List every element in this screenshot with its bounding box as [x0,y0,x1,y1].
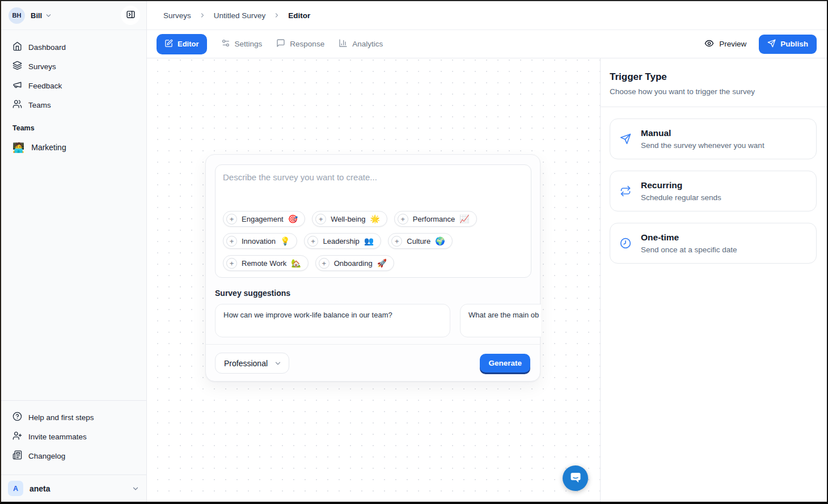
workspace-switcher[interactable]: BH Bill [1,1,146,30]
plus-icon: + [391,236,402,247]
trigger-panel-header: Trigger Type Choose how you want to trig… [601,58,827,107]
repeat-icon [610,185,641,197]
sidebar-collapse-button[interactable] [121,6,140,25]
sidebar-item-teams[interactable]: Teams [8,95,140,115]
tone-select[interactable]: Professional [215,353,289,374]
sidebar-item-help[interactable]: Help and first steps [8,408,140,427]
trigger-option-recurring[interactable]: Recurring Schedule regular sends [610,171,817,211]
sidebar-item-surveys[interactable]: Surveys [8,57,140,76]
rocket-emoji-icon: 🚀 [377,259,387,267]
generate-button[interactable]: Generate [480,354,530,372]
message-square-icon [276,39,285,49]
topic-chip-culture[interactable]: +Culture🌍 [388,233,452,249]
breadcrumb-untitled-survey[interactable]: Untitled Survey [214,11,266,20]
chip-label: Culture [407,237,430,245]
sliders-icon [221,39,230,49]
topic-chip-onboarding[interactable]: +Onboarding🚀 [315,255,394,271]
sidebar-item-invite[interactable]: Invite teammates [8,427,140,446]
sidebar-item-feedback[interactable]: Feedback [8,76,140,95]
breadcrumb-surveys[interactable]: Surveys [163,11,191,20]
tone-selected-value: Professional [224,359,268,368]
topic-chip-leadership[interactable]: +Leadership👥 [304,233,381,249]
tab-analytics[interactable]: Analytics [339,39,383,49]
send-icon [610,133,641,145]
suggestions-row: How can we improve work-life balance in … [215,304,541,337]
tab-response[interactable]: Response [276,39,324,49]
trigger-option-one-time[interactable]: One-time Send once at a specific date [610,223,817,264]
chat-launcher-button[interactable] [563,465,588,491]
chip-label: Well-being [331,215,365,223]
house-emoji-icon: 🏡 [291,259,301,267]
account-avatar: A [8,481,23,496]
trigger-option-description: Schedule regular sends [641,193,721,202]
sidebar-item-changelog[interactable]: Changelog [8,446,140,465]
trigger-option-description: Send the survey whenever you want [641,141,764,150]
tab-label: Analytics [352,40,383,48]
chevron-right-icon [273,12,280,19]
sidebar-item-label: Help and first steps [28,413,94,422]
plus-icon: + [319,258,329,269]
topic-chip-remote-work[interactable]: +Remote Work🏡 [223,255,309,271]
survey-canvas[interactable]: +Engagement🎯 +Well-being🌟 +Performance📈 … [147,58,600,502]
main-area: Surveys Untitled Survey Editor Editor Se… [147,1,827,502]
tab-editor[interactable]: Editor [157,34,207,54]
breadcrumb: Surveys Untitled Survey Editor [147,1,827,30]
topic-chip-well-being[interactable]: +Well-being🌟 [312,211,387,227]
prompt-box: +Engagement🎯 +Well-being🌟 +Performance📈 … [215,164,531,278]
topic-chip-performance[interactable]: +Performance📈 [394,211,477,227]
trigger-option-description: Send once at a specific date [641,245,737,254]
preview-button[interactable]: Preview [704,39,746,50]
team-name: Marketing [31,143,66,152]
chevron-down-icon [274,359,282,367]
survey-generator-card: +Engagement🎯 +Well-being🌟 +Performance📈 … [205,154,540,382]
sidebar-footer-nav: Help and first steps Invite teammates Ch… [1,400,146,470]
panel-subtitle: Choose how you want to trigger the surve… [610,87,816,96]
chat-bubble-icon [569,471,582,486]
publish-label: Publish [780,40,808,48]
workspace-avatar: BH [9,7,25,24]
layers-icon [12,61,22,72]
help-circle-icon [12,412,22,423]
sidebar-item-team-marketing[interactable]: 🧑‍💻 Marketing [8,137,140,158]
publish-button[interactable]: Publish [759,35,817,54]
chip-label: Remote Work [242,259,286,268]
toolbar-right: Preview Publish [704,35,817,54]
trigger-option-manual[interactable]: Manual Send the survey whenever you want [610,118,817,159]
technologist-emoji-icon: 🧑‍💻 [12,143,24,153]
sidebar-item-label: Changelog [28,452,65,460]
generator-footer: Professional Generate [206,344,540,381]
editor-toolbar: Editor Settings Response Analytics Previ… [147,30,827,58]
plus-icon: + [226,214,237,225]
megaphone-icon [12,80,22,91]
account-menu[interactable]: A aneta [1,475,146,502]
topic-chip-engagement[interactable]: +Engagement🎯 [223,211,305,227]
survey-prompt-input[interactable] [223,172,523,211]
plus-icon: + [226,236,237,247]
people-emoji-icon: 👥 [364,237,374,245]
account-name: aneta [29,484,50,493]
suggestion-card[interactable]: What are the main ob [460,304,541,337]
tab-label: Response [290,40,324,48]
chevron-down-icon [132,485,140,493]
sidebar-item-label: Dashboard [28,43,66,52]
trigger-option-title: Recurring [641,180,721,190]
sidebar-item-dashboard[interactable]: Dashboard [8,37,140,57]
users-icon [12,99,22,111]
chart-emoji-icon: 📈 [459,215,469,223]
sidebar-item-label: Feedback [28,82,62,90]
chip-label: Innovation [242,237,276,245]
home-icon [12,41,22,53]
sidebar-item-label: Surveys [28,62,56,71]
suggestion-card[interactable]: How can we improve work-life balance in … [215,304,450,337]
trigger-type-panel: Trigger Type Choose how you want to trig… [600,58,827,502]
tab-settings[interactable]: Settings [221,39,263,49]
sidebar-spacer [1,158,146,400]
sidebar-nav: Dashboard Surveys Feedback Teams Teams 🧑… [1,30,146,158]
plus-icon: + [398,214,408,225]
sidebar-item-label: Invite teammates [28,433,87,441]
plus-icon: + [315,214,326,225]
eye-icon [704,39,714,50]
user-plus-icon [12,431,22,442]
topic-chip-innovation[interactable]: +Innovation💡 [223,233,297,249]
tab-label: Settings [235,40,263,48]
